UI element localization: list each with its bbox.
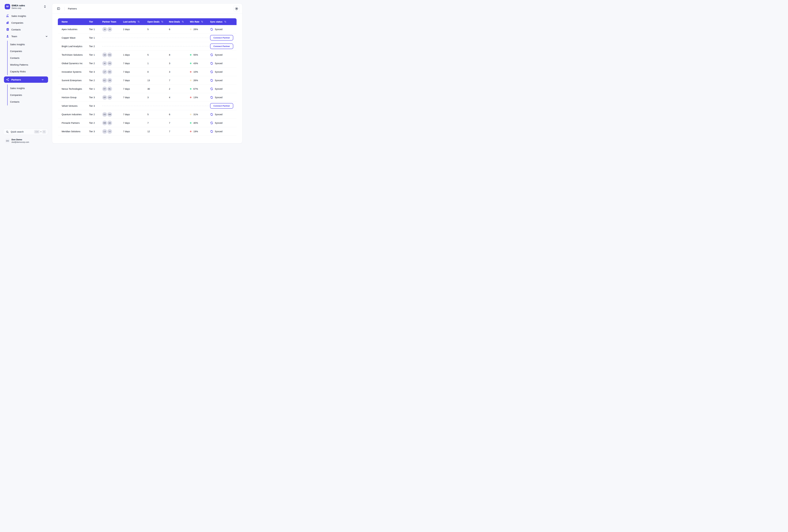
- sidebar-subitem-sales-insights[interactable]: Sales Insights: [0, 85, 52, 92]
- column-header-partner-team: Partner Team: [102, 20, 123, 23]
- table-row[interactable]: Horizon GroupTier 3OPUH7 days3413%Synced: [58, 93, 237, 102]
- partner-tier: Tier 1: [89, 37, 102, 39]
- avatar[interactable]: MB: [102, 121, 107, 125]
- main-panel: Partners NameTierPartner TeamLast activi…: [52, 3, 242, 143]
- sidebar-item-companies[interactable]: Companies: [0, 20, 52, 25]
- connect-partner-button[interactable]: Connect Partner: [210, 103, 233, 109]
- last-activity: 7 days: [123, 113, 147, 116]
- column-header-label: New Deals: [169, 20, 180, 23]
- table-row[interactable]: Copper WaveTier 1Connect Partner: [58, 34, 237, 42]
- sidebar-item-sales-insights[interactable]: Sales Insights: [0, 13, 52, 19]
- shortcut-separator: +: [40, 131, 41, 133]
- sidebar-subitem-working-patterns[interactable]: Working Patterns: [0, 61, 52, 68]
- user-email: dod@democorp.com: [12, 141, 29, 143]
- table-row[interactable]: Innovative SystemsTier 3LPKK7 days0310%S…: [58, 67, 237, 76]
- sync-icon: [210, 96, 213, 99]
- avatar[interactable]: UH: [107, 95, 112, 100]
- column-header-sync-status[interactable]: Sync status: [210, 20, 237, 23]
- sidebar-subitem-contacts[interactable]: Contacts: [0, 55, 52, 61]
- avatar[interactable]: JA: [102, 27, 107, 32]
- avatar[interactable]: KG: [107, 53, 112, 57]
- sync-icon: [210, 53, 213, 56]
- table-row[interactable]: TechVision SolutionsTier 1SAKG1 days5855…: [58, 51, 237, 59]
- no-team-placeholder: [102, 46, 209, 46]
- table-row[interactable]: Velvet VenturesTier 3Connect Partner: [58, 102, 237, 110]
- avatar[interactable]: ML: [107, 86, 112, 91]
- sidebar-item-contacts[interactable]: Contacts: [0, 27, 52, 32]
- avatar[interactable]: OP: [102, 95, 107, 100]
- table-row[interactable]: Pinnacle PartnersTier 2MBAA7 days7740%Sy…: [58, 119, 237, 127]
- connect-partner-button[interactable]: Connect Partner: [210, 43, 233, 49]
- avatar[interactable]: JA: [107, 27, 112, 32]
- avatar[interactable]: KK: [107, 70, 112, 74]
- open-deals: 5: [147, 113, 169, 116]
- win-rate-dot: [190, 80, 192, 81]
- partner-team-avatars: DDNM: [102, 112, 123, 117]
- sort-icon[interactable]: [161, 20, 163, 23]
- sync-status-cell: Synced: [210, 87, 237, 91]
- sidebar-subitem-companies[interactable]: Companies: [0, 92, 52, 98]
- sidebar-subitem-companies[interactable]: Companies: [0, 48, 52, 55]
- open-deals: 5: [147, 28, 169, 31]
- column-header-open-deals[interactable]: Open Deals: [147, 20, 169, 23]
- avatar[interactable]: AA: [107, 121, 112, 125]
- avatar[interactable]: LP: [102, 70, 107, 74]
- avatar[interactable]: HI: [102, 61, 107, 66]
- win-rate-dot: [190, 88, 192, 90]
- chevrons-up-down-icon[interactable]: [43, 5, 46, 8]
- column-header-tier: Tier: [89, 20, 102, 23]
- avatar[interactable]: SA: [102, 53, 107, 57]
- avatar[interactable]: RT: [102, 86, 107, 91]
- avatar[interactable]: LS: [102, 129, 107, 134]
- column-header-win-rate[interactable]: Win Rate: [190, 20, 210, 23]
- sort-icon[interactable]: [137, 20, 140, 23]
- column-header-last-activity[interactable]: Last activity: [123, 20, 147, 23]
- sidebar-subitem-capacity-risks[interactable]: Capacity Risks: [0, 68, 52, 75]
- sync-icon: [210, 130, 213, 133]
- partner-tier: Tier 1: [89, 28, 102, 31]
- avatar[interactable]: DD: [102, 112, 107, 117]
- sync-status-label: Synced: [215, 79, 222, 82]
- avatar[interactable]: VJ: [107, 129, 112, 134]
- quick-search-input[interactable]: Quick search Ctrl + K: [3, 129, 48, 135]
- win-rate-value: 31%: [193, 113, 198, 116]
- table-row[interactable]: Apex IndustriesTier 1JAJA2 days5628%Sync…: [58, 25, 237, 34]
- sort-icon[interactable]: [224, 20, 226, 23]
- table-header-row: NameTierPartner TeamLast activityOpen De…: [58, 18, 237, 25]
- sidebar-subitem-contacts[interactable]: Contacts: [0, 98, 52, 105]
- sort-icon[interactable]: [201, 20, 203, 23]
- avatar[interactable]: EC: [102, 78, 107, 83]
- sort-icon[interactable]: [181, 20, 184, 23]
- chevron-down-icon: [45, 35, 48, 38]
- user-menu[interactable]: DO Don Demo dod@democorp.com: [5, 138, 29, 143]
- workspace-logo: [5, 4, 10, 9]
- sidebar-item-partners[interactable]: Partners: [4, 76, 48, 83]
- avatar[interactable]: VG: [107, 61, 112, 66]
- sidebar-toggle-button[interactable]: [56, 6, 61, 11]
- table-row[interactable]: Nexus TechnologiesTier 1RTML7 days30267%…: [58, 85, 237, 93]
- sidebar-subitem-sales-insights[interactable]: Sales Insights: [0, 41, 52, 48]
- column-header-new-deals[interactable]: New Deals: [169, 20, 190, 23]
- win-rate-dot: [190, 97, 192, 98]
- avatar[interactable]: ZR: [107, 78, 112, 83]
- table-row[interactable]: Quantum IndustriesTier 2DDNM7 days5631%S…: [58, 110, 237, 119]
- win-rate-cell: 31%: [190, 113, 210, 116]
- new-deals: 7: [169, 79, 190, 82]
- connect-partner-button[interactable]: Connect Partner: [210, 35, 233, 40]
- avatar[interactable]: NM: [107, 112, 112, 117]
- workspace-switcher[interactable]: EMEA sales Demo corp: [5, 3, 49, 10]
- sublist-indent-line: [7, 41, 7, 75]
- partner-name: Copper Wave: [58, 37, 89, 39]
- sidebar-item-team[interactable]: Team: [0, 34, 52, 39]
- table-row[interactable]: Summit EnterprisesTier 2ECZR7 days13726%…: [58, 76, 237, 85]
- sync-status-label: Synced: [215, 130, 222, 133]
- brightness-icon: [235, 7, 238, 11]
- new-deals: 7: [169, 122, 190, 124]
- table-row[interactable]: Meridian SolutionsTier 3LSVJ7 days12719%…: [58, 127, 237, 136]
- partner-tier: Tier 3: [89, 130, 102, 133]
- theme-toggle-button[interactable]: [233, 5, 240, 12]
- table-row[interactable]: Bright Leaf AnalyticsTier 2Connect Partn…: [58, 42, 237, 51]
- open-deals: 3: [147, 96, 169, 99]
- new-deals: 6: [169, 113, 190, 116]
- table-row[interactable]: Global Dynamics IncTier 2HIVG7 days1343%…: [58, 59, 237, 67]
